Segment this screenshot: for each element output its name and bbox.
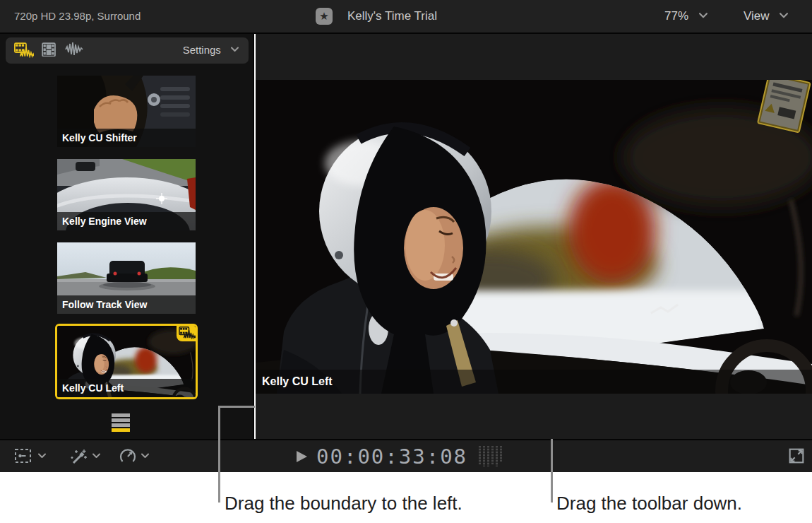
- viewer-top-bar: 720p HD 23.98p, Surround ★ Kelly's Time …: [0, 0, 812, 34]
- video-audio-mode-icon: [14, 42, 34, 58]
- enhancements-button[interactable]: [69, 447, 88, 469]
- retime-button[interactable]: [119, 447, 137, 469]
- view-dropdown[interactable]: View: [744, 9, 788, 23]
- angle-thumbnail-kelly-cu-left[interactable]: Kelly CU Left: [57, 326, 196, 397]
- audio-meters-icon[interactable]: [479, 446, 504, 466]
- angle-bank-selector[interactable]: [112, 413, 130, 433]
- viewer-overlay-button[interactable]: [14, 447, 32, 467]
- chevron-down-icon[interactable]: [38, 453, 46, 459]
- view-label: View: [744, 9, 770, 23]
- viewer-toolbar: 00:00:33:08: [0, 439, 812, 472]
- viewer-video-frame: [256, 80, 812, 394]
- fullscreen-expand-icon: [787, 446, 806, 466]
- chevron-down-icon[interactable]: [92, 453, 100, 459]
- retime-speedometer-icon: [119, 447, 137, 466]
- zoom-level-value: 77%: [664, 9, 688, 23]
- chevron-down-icon: [780, 13, 788, 18]
- angle-viewer-toolbar: Settings: [6, 37, 249, 64]
- chevron-down-icon: [231, 47, 239, 52]
- viewer-angle-label: Kelly CU Left: [262, 375, 333, 387]
- audio-only-mode-icon: [65, 42, 85, 57]
- bank-bar-active: [112, 428, 130, 432]
- callout-line-boundary-vertical: [218, 406, 220, 503]
- project-title: Kelly's Time Trial: [347, 9, 437, 23]
- audio-only-mode-button[interactable]: [65, 42, 85, 58]
- play-button[interactable]: [297, 451, 307, 462]
- enhancements-wand-icon: [69, 447, 88, 466]
- app-window: 720p HD 23.98p, Surround ★ Kelly's Time …: [0, 0, 812, 523]
- angle-label: Kelly CU Left: [57, 379, 196, 397]
- zoom-level-dropdown[interactable]: 77%: [664, 9, 707, 23]
- angle-thumbnail-follow-track-view[interactable]: Follow Track View: [57, 242, 196, 314]
- meter-bar: [500, 446, 502, 462]
- meter-bar: [487, 446, 489, 466]
- bank-bar: [112, 418, 130, 422]
- angle-label: Kelly Engine View: [57, 212, 196, 230]
- main-viewer: Kelly CU Left: [256, 34, 812, 439]
- callout-line-boundary-horizontal: [218, 406, 255, 408]
- callout-text-toolbar: Drag the toolbar down.: [556, 493, 742, 515]
- meter-bar: [483, 446, 485, 466]
- bank-bar: [112, 423, 130, 427]
- chevron-down-icon: [699, 13, 707, 18]
- settings-label: Settings: [183, 44, 221, 56]
- angle-thumbnail-kelly-engine-view[interactable]: Kelly Engine View: [57, 159, 196, 230]
- meter-bar: [491, 446, 494, 464]
- timecode-display[interactable]: 00:00:33:08: [316, 445, 467, 469]
- angle-label: Kelly CU Shifter: [57, 129, 196, 147]
- video-only-mode-icon: [40, 42, 58, 57]
- video-audio-switch-icon: [177, 326, 196, 341]
- video-only-mode-button[interactable]: [40, 42, 59, 58]
- meter-bar: [496, 446, 498, 466]
- chevron-down-icon[interactable]: [141, 453, 149, 459]
- bank-bar: [112, 413, 130, 417]
- angle-thumbnail-kelly-cu-shifter[interactable]: Kelly CU Shifter: [57, 76, 196, 147]
- callout-line-toolbar: [551, 439, 553, 503]
- project-format-info: 720p HD 23.98p, Surround: [14, 10, 141, 22]
- video-audio-mode-button[interactable]: [14, 42, 34, 58]
- angle-label: Follow Track View: [57, 295, 196, 314]
- meter-bar: [479, 446, 481, 464]
- viewer-overlay-icon: [14, 447, 32, 464]
- angle-settings-dropdown[interactable]: Settings: [183, 44, 239, 56]
- star-icon[interactable]: ★: [316, 8, 333, 25]
- viewer-angle-overlay: Kelly CU Left: [256, 370, 812, 394]
- callout-text-boundary: Drag the boundary to the left.: [225, 493, 462, 515]
- fullscreen-button[interactable]: [787, 446, 806, 466]
